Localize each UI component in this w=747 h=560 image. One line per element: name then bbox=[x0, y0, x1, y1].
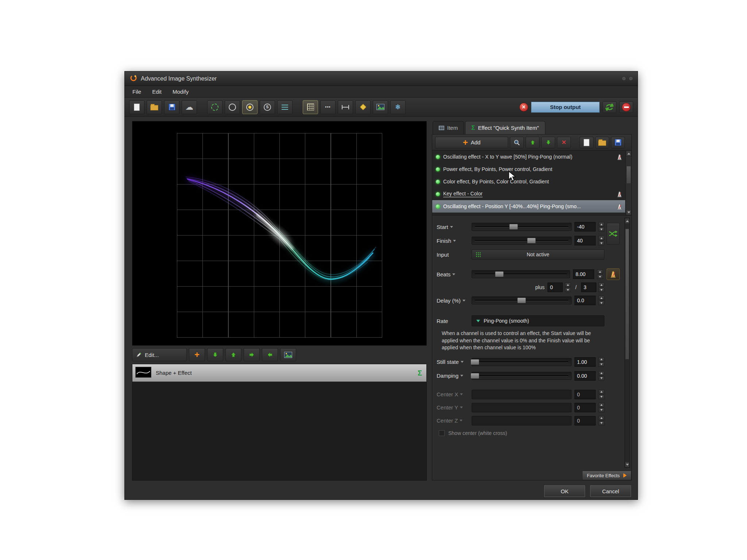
more-options-button[interactable]: ••• bbox=[320, 100, 336, 114]
delay-label[interactable]: Delay (%) bbox=[437, 298, 469, 304]
add-shape-button[interactable]: + bbox=[189, 348, 205, 361]
start-value[interactable]: -40 bbox=[574, 222, 596, 232]
plus-spinner-1[interactable] bbox=[565, 283, 571, 292]
scroll-up-arrow[interactable] bbox=[626, 151, 631, 156]
cancel-button[interactable]: Cancel bbox=[590, 485, 631, 497]
search-effect-button[interactable] bbox=[510, 137, 524, 148]
params-scroll-thumb[interactable] bbox=[625, 229, 629, 359]
show-center-checkbox[interactable] bbox=[439, 430, 445, 436]
circle-mode-button[interactable] bbox=[225, 100, 240, 114]
effect-move-up-button[interactable] bbox=[526, 137, 539, 148]
new-document-button[interactable] bbox=[129, 100, 144, 114]
effect-enabled-led[interactable] bbox=[436, 192, 440, 196]
plus-value-2[interactable]: 3 bbox=[581, 283, 596, 292]
freeze-button[interactable]: ❄ bbox=[390, 100, 406, 114]
damping-slider-handle[interactable] bbox=[471, 373, 479, 379]
effect-enabled-led[interactable] bbox=[436, 180, 440, 184]
finish-slider[interactable] bbox=[472, 237, 572, 245]
damping-slider[interactable] bbox=[472, 372, 572, 380]
still-state-value[interactable]: 1.00 bbox=[574, 357, 596, 367]
start-slider[interactable] bbox=[472, 223, 572, 231]
damping-label[interactable]: Damping bbox=[437, 373, 469, 379]
menu-modify[interactable]: Modify bbox=[167, 89, 194, 95]
still-state-slider[interactable] bbox=[472, 358, 572, 366]
layer-row-shape-effect[interactable]: Shape + Effect Σ bbox=[132, 364, 426, 382]
params-scroll-down[interactable] bbox=[625, 462, 630, 467]
window-button-1[interactable] bbox=[622, 77, 626, 80]
swap-start-finish-button[interactable] bbox=[607, 223, 620, 245]
window-button-2[interactable] bbox=[629, 77, 632, 80]
plus-spinner-2[interactable] bbox=[599, 283, 604, 292]
still-state-slider-handle[interactable] bbox=[471, 359, 479, 365]
tab-item[interactable]: Item bbox=[433, 121, 464, 134]
still-state-label[interactable]: Still state bbox=[437, 359, 469, 365]
stop-output-button[interactable]: Stop output bbox=[531, 102, 600, 113]
laser-preview[interactable] bbox=[132, 121, 427, 346]
picture-button[interactable] bbox=[280, 348, 296, 361]
save-effect-file-button[interactable] bbox=[611, 137, 625, 148]
enable-output-button[interactable] bbox=[603, 101, 616, 113]
center-z-spinner[interactable] bbox=[599, 416, 604, 425]
move-up-button[interactable] bbox=[225, 348, 241, 361]
add-effect-button[interactable]: + Add bbox=[435, 137, 508, 148]
delay-slider[interactable] bbox=[472, 296, 572, 304]
effect-row-1[interactable]: Oscillating effect - X to Y wave [50%] P… bbox=[432, 151, 625, 163]
beats-label[interactable]: Beats bbox=[437, 271, 469, 277]
edit-button[interactable]: Edit... bbox=[132, 348, 187, 361]
delay-slider-handle[interactable] bbox=[517, 298, 526, 303]
favorite-effects-button[interactable]: Favorite Effects bbox=[582, 471, 631, 480]
input-not-active-button[interactable]: Not active bbox=[472, 249, 604, 260]
effect-row-2[interactable]: Power effect, By Points, Power control, … bbox=[432, 163, 625, 175]
beats-spinner[interactable] bbox=[597, 269, 603, 279]
effect-row-3[interactable]: Color effect, By Points, Color Control, … bbox=[432, 175, 625, 188]
grid-toggle-button[interactable] bbox=[303, 100, 318, 114]
effect-enabled-led[interactable] bbox=[436, 155, 440, 159]
damping-spinner[interactable] bbox=[599, 371, 604, 381]
cloud-button[interactable]: ☁ bbox=[182, 100, 197, 114]
delete-effect-button[interactable]: ✕ bbox=[557, 137, 571, 148]
effect-row-5-selected[interactable]: Oscillating effect - Position Y [-40%...… bbox=[432, 200, 625, 213]
effect-row-4[interactable]: Key effect - Color bbox=[432, 188, 625, 200]
scroll-down-arrow[interactable] bbox=[626, 209, 631, 215]
point-mode-button[interactable] bbox=[242, 100, 258, 114]
beats-value[interactable]: 8.00 bbox=[573, 269, 594, 279]
titlebar[interactable]: Advanced Image Synthesizer bbox=[125, 71, 638, 86]
damping-value[interactable]: 0.00 bbox=[574, 371, 596, 381]
finish-value[interactable]: 40 bbox=[574, 236, 596, 245]
center-x-spinner[interactable] bbox=[599, 390, 604, 399]
start-label[interactable]: Start bbox=[437, 224, 469, 230]
params-scroll-up[interactable] bbox=[625, 218, 630, 224]
rate-dropdown[interactable]: Ping-Pong (smooth) bbox=[472, 315, 604, 326]
new-effect-file-button[interactable] bbox=[580, 137, 593, 148]
list-view-button[interactable] bbox=[277, 100, 293, 114]
open-effect-file-button[interactable] bbox=[595, 137, 609, 148]
effect-list-scrollbar[interactable] bbox=[626, 151, 631, 215]
delay-value[interactable]: 0.0 bbox=[574, 296, 596, 305]
move-left-button[interactable] bbox=[262, 348, 278, 361]
center-y-spinner[interactable] bbox=[599, 403, 604, 412]
beats-slider[interactable] bbox=[472, 270, 570, 278]
menu-file[interactable]: File bbox=[127, 89, 147, 95]
blackout-button[interactable] bbox=[619, 101, 633, 113]
save-button[interactable] bbox=[164, 100, 179, 114]
open-button[interactable] bbox=[147, 100, 162, 114]
delay-spinner[interactable] bbox=[599, 296, 604, 305]
spacing-button[interactable] bbox=[338, 100, 353, 114]
move-right-button[interactable] bbox=[244, 348, 260, 361]
menu-edit[interactable]: Edit bbox=[147, 89, 167, 95]
beats-metronome-button[interactable] bbox=[607, 268, 620, 280]
start-spinner[interactable] bbox=[599, 222, 604, 232]
selection-mode-button[interactable] bbox=[207, 100, 222, 114]
finish-label[interactable]: Finish bbox=[437, 238, 469, 244]
ok-button[interactable]: OK bbox=[544, 485, 585, 497]
finish-slider-handle[interactable] bbox=[527, 238, 536, 244]
tab-effect[interactable]: Σ Effect "Quick Synth Item" bbox=[465, 121, 545, 134]
start-slider-handle[interactable] bbox=[509, 224, 518, 230]
finish-spinner[interactable] bbox=[599, 236, 604, 245]
parameters-scrollbar[interactable] bbox=[624, 218, 630, 468]
stop-x-icon[interactable]: ✕ bbox=[519, 103, 528, 112]
shape-mode-button[interactable]: S bbox=[260, 100, 275, 114]
move-down-button[interactable] bbox=[207, 348, 223, 361]
plus-value-1[interactable]: 0 bbox=[547, 283, 563, 292]
effect-enabled-led[interactable] bbox=[436, 167, 440, 171]
